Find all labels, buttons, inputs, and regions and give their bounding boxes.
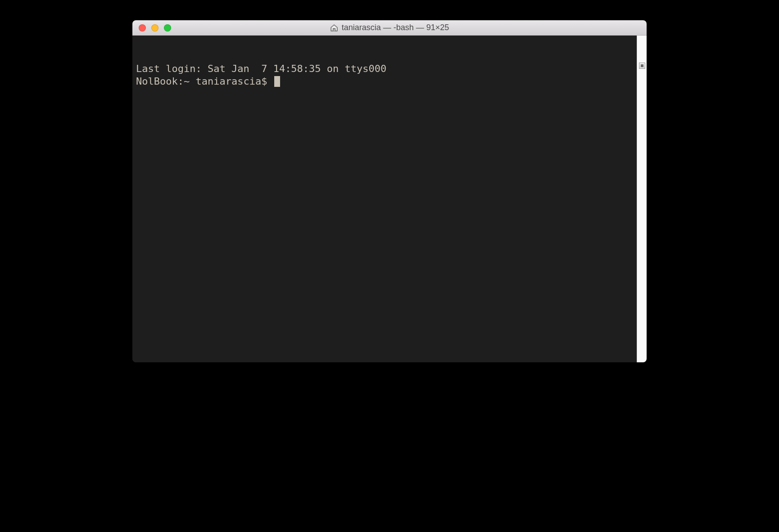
minimize-button[interactable] (151, 24, 159, 32)
last-login-line: Last login: Sat Jan 7 14:58:35 on ttys00… (136, 63, 643, 75)
terminal-body[interactable]: Last login: Sat Jan 7 14:58:35 on ttys00… (132, 36, 647, 362)
cursor (274, 76, 280, 87)
prompt-text: NolBook:~ taniarascia$ (136, 76, 273, 87)
scrollbar[interactable] (637, 36, 647, 362)
close-button[interactable] (139, 24, 146, 32)
window-title-wrap: taniarascia — -bash — 91×25 (330, 23, 449, 32)
traffic-lights (132, 24, 171, 32)
home-icon (330, 24, 338, 32)
terminal-window: taniarascia — -bash — 91×25 Last login: … (132, 20, 647, 362)
scroll-marker-icon[interactable] (639, 63, 645, 69)
prompt-line: NolBook:~ taniarascia$ (136, 75, 643, 88)
zoom-button[interactable] (164, 24, 171, 32)
titlebar[interactable]: taniarascia — -bash — 91×25 (132, 20, 647, 36)
window-title: taniarascia — -bash — 91×25 (342, 23, 449, 32)
